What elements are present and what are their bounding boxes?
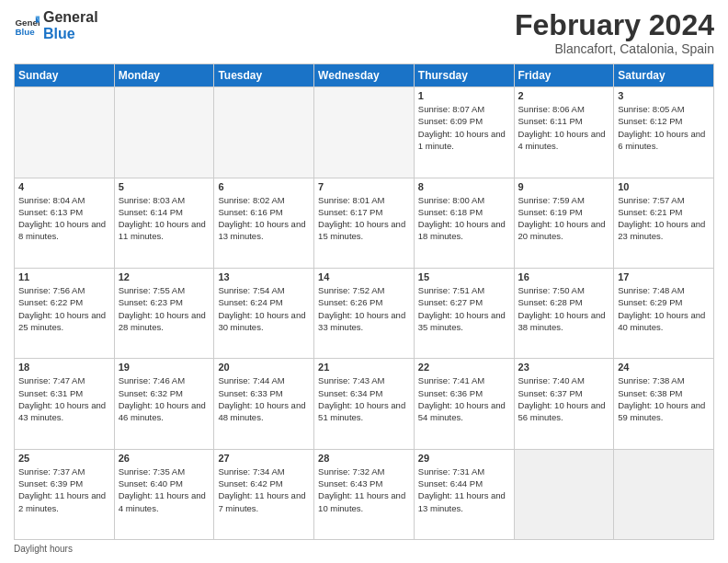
calendar-cell: 15Sunrise: 7:51 AMSunset: 6:27 PMDayligh… bbox=[414, 268, 514, 358]
calendar-cell: 16Sunrise: 7:50 AMSunset: 6:28 PMDayligh… bbox=[514, 268, 614, 358]
day-info: Sunrise: 7:31 AMSunset: 6:44 PMDaylight:… bbox=[418, 465, 510, 514]
calendar-row-4: 25Sunrise: 7:37 AMSunset: 6:39 PMDayligh… bbox=[15, 449, 714, 539]
calendar-cell: 19Sunrise: 7:46 AMSunset: 6:32 PMDayligh… bbox=[114, 359, 214, 449]
day-info: Sunrise: 8:07 AMSunset: 6:09 PMDaylight:… bbox=[418, 103, 510, 152]
svg-text:Blue: Blue bbox=[15, 26, 35, 36]
sub-title: Blancafort, Catalonia, Spain bbox=[515, 41, 714, 56]
day-info: Sunrise: 7:46 AMSunset: 6:32 PMDaylight:… bbox=[119, 374, 210, 423]
day-number: 5 bbox=[119, 181, 210, 192]
day-number: 2 bbox=[518, 90, 610, 101]
day-number: 19 bbox=[119, 362, 210, 373]
day-info: Sunrise: 7:41 AMSunset: 6:36 PMDaylight:… bbox=[418, 374, 510, 423]
day-info: Sunrise: 7:38 AMSunset: 6:38 PMDaylight:… bbox=[618, 374, 710, 423]
day-number: 22 bbox=[418, 362, 510, 373]
day-info: Sunrise: 7:55 AMSunset: 6:23 PMDaylight:… bbox=[119, 284, 210, 333]
calendar-cell: 20Sunrise: 7:44 AMSunset: 6:33 PMDayligh… bbox=[214, 359, 314, 449]
day-info: Sunrise: 7:56 AMSunset: 6:22 PMDaylight:… bbox=[18, 284, 110, 333]
day-number: 14 bbox=[318, 271, 410, 282]
day-info: Sunrise: 7:47 AMSunset: 6:31 PMDaylight:… bbox=[18, 374, 110, 423]
day-info: Sunrise: 7:59 AMSunset: 6:19 PMDaylight:… bbox=[518, 194, 610, 243]
day-info: Sunrise: 7:44 AMSunset: 6:33 PMDaylight:… bbox=[218, 374, 310, 423]
day-number: 8 bbox=[418, 181, 510, 192]
day-number: 24 bbox=[618, 362, 710, 373]
logo-icon: General Blue bbox=[14, 13, 40, 39]
page: General Blue General Blue February 2024 … bbox=[0, 0, 728, 563]
day-number: 6 bbox=[218, 181, 310, 192]
calendar-cell: 11Sunrise: 7:56 AMSunset: 6:22 PMDayligh… bbox=[15, 268, 115, 358]
day-number: 21 bbox=[318, 362, 410, 373]
day-info: Sunrise: 7:37 AMSunset: 6:39 PMDaylight:… bbox=[18, 465, 110, 514]
day-number: 12 bbox=[119, 271, 210, 282]
day-info: Sunrise: 8:03 AMSunset: 6:14 PMDaylight:… bbox=[119, 194, 210, 243]
calendar-row-1: 4Sunrise: 8:04 AMSunset: 6:13 PMDaylight… bbox=[15, 178, 714, 268]
calendar-header-friday: Friday bbox=[514, 64, 614, 87]
calendar-cell: 22Sunrise: 7:41 AMSunset: 6:36 PMDayligh… bbox=[414, 359, 514, 449]
calendar-cell: 9Sunrise: 7:59 AMSunset: 6:19 PMDaylight… bbox=[514, 178, 614, 268]
main-title: February 2024 bbox=[515, 9, 714, 41]
day-info: Sunrise: 8:06 AMSunset: 6:11 PMDaylight:… bbox=[518, 103, 610, 152]
day-info: Sunrise: 7:54 AMSunset: 6:24 PMDaylight:… bbox=[218, 284, 310, 333]
day-number: 1 bbox=[418, 90, 510, 101]
logo: General Blue General Blue bbox=[14, 9, 98, 41]
calendar-cell: 18Sunrise: 7:47 AMSunset: 6:31 PMDayligh… bbox=[15, 359, 115, 449]
day-info: Sunrise: 7:57 AMSunset: 6:21 PMDaylight:… bbox=[618, 194, 710, 243]
day-info: Sunrise: 7:34 AMSunset: 6:42 PMDaylight:… bbox=[218, 465, 310, 514]
logo-line2: Blue bbox=[43, 26, 98, 42]
day-number: 28 bbox=[318, 453, 410, 464]
calendar-cell: 14Sunrise: 7:52 AMSunset: 6:26 PMDayligh… bbox=[314, 268, 415, 358]
calendar-header-sunday: Sunday bbox=[15, 64, 115, 87]
day-number: 23 bbox=[518, 362, 610, 373]
calendar-header-monday: Monday bbox=[114, 64, 214, 87]
day-info: Sunrise: 7:32 AMSunset: 6:43 PMDaylight:… bbox=[318, 465, 410, 514]
day-number: 7 bbox=[318, 181, 410, 192]
day-number: 17 bbox=[618, 271, 710, 282]
calendar-cell: 5Sunrise: 8:03 AMSunset: 6:14 PMDaylight… bbox=[114, 178, 214, 268]
calendar-cell: 17Sunrise: 7:48 AMSunset: 6:29 PMDayligh… bbox=[614, 268, 714, 358]
calendar-row-3: 18Sunrise: 7:47 AMSunset: 6:31 PMDayligh… bbox=[15, 359, 714, 449]
header: General Blue General Blue February 2024 … bbox=[14, 9, 714, 56]
calendar-cell bbox=[314, 87, 415, 178]
day-number: 26 bbox=[119, 453, 210, 464]
calendar-header-saturday: Saturday bbox=[614, 64, 714, 87]
calendar-header-thursday: Thursday bbox=[414, 64, 514, 87]
logo-line1: General bbox=[43, 9, 98, 26]
calendar-cell: 2Sunrise: 8:06 AMSunset: 6:11 PMDaylight… bbox=[514, 87, 614, 178]
calendar-cell: 1Sunrise: 8:07 AMSunset: 6:09 PMDaylight… bbox=[414, 87, 514, 178]
day-info: Sunrise: 7:48 AMSunset: 6:29 PMDaylight:… bbox=[618, 284, 710, 333]
calendar-cell bbox=[114, 87, 214, 178]
calendar-header-tuesday: Tuesday bbox=[214, 64, 314, 87]
day-number: 15 bbox=[418, 271, 510, 282]
calendar-header-row: SundayMondayTuesdayWednesdayThursdayFrid… bbox=[15, 64, 714, 87]
calendar-row-2: 11Sunrise: 7:56 AMSunset: 6:22 PMDayligh… bbox=[15, 268, 714, 358]
calendar-cell: 7Sunrise: 8:01 AMSunset: 6:17 PMDaylight… bbox=[314, 178, 415, 268]
day-number: 3 bbox=[618, 90, 710, 101]
day-number: 10 bbox=[618, 181, 710, 192]
calendar-cell: 8Sunrise: 8:00 AMSunset: 6:18 PMDaylight… bbox=[414, 178, 514, 268]
day-number: 27 bbox=[218, 453, 310, 464]
calendar-cell bbox=[214, 87, 314, 178]
day-number: 25 bbox=[18, 453, 110, 464]
day-info: Sunrise: 7:43 AMSunset: 6:34 PMDaylight:… bbox=[318, 374, 410, 423]
day-info: Sunrise: 7:40 AMSunset: 6:37 PMDaylight:… bbox=[518, 374, 610, 423]
day-info: Sunrise: 7:35 AMSunset: 6:40 PMDaylight:… bbox=[119, 465, 210, 514]
calendar-cell: 26Sunrise: 7:35 AMSunset: 6:40 PMDayligh… bbox=[114, 449, 214, 539]
calendar-cell: 25Sunrise: 7:37 AMSunset: 6:39 PMDayligh… bbox=[15, 449, 115, 539]
calendar-cell bbox=[614, 449, 714, 539]
calendar-cell: 23Sunrise: 7:40 AMSunset: 6:37 PMDayligh… bbox=[514, 359, 614, 449]
footer-daylight: Daylight hours bbox=[14, 544, 714, 554]
calendar-cell: 13Sunrise: 7:54 AMSunset: 6:24 PMDayligh… bbox=[214, 268, 314, 358]
calendar-cell: 24Sunrise: 7:38 AMSunset: 6:38 PMDayligh… bbox=[614, 359, 714, 449]
day-info: Sunrise: 8:02 AMSunset: 6:16 PMDaylight:… bbox=[218, 194, 310, 243]
day-number: 13 bbox=[218, 271, 310, 282]
day-info: Sunrise: 8:05 AMSunset: 6:12 PMDaylight:… bbox=[618, 103, 710, 152]
calendar-cell: 28Sunrise: 7:32 AMSunset: 6:43 PMDayligh… bbox=[314, 449, 415, 539]
day-number: 9 bbox=[518, 181, 610, 192]
day-number: 11 bbox=[18, 271, 110, 282]
day-number: 18 bbox=[18, 362, 110, 373]
calendar-cell: 29Sunrise: 7:31 AMSunset: 6:44 PMDayligh… bbox=[414, 449, 514, 539]
day-info: Sunrise: 8:01 AMSunset: 6:17 PMDaylight:… bbox=[318, 194, 410, 243]
day-info: Sunrise: 7:51 AMSunset: 6:27 PMDaylight:… bbox=[418, 284, 510, 333]
day-number: 16 bbox=[518, 271, 610, 282]
day-info: Sunrise: 8:04 AMSunset: 6:13 PMDaylight:… bbox=[18, 194, 110, 243]
calendar-cell bbox=[15, 87, 115, 178]
